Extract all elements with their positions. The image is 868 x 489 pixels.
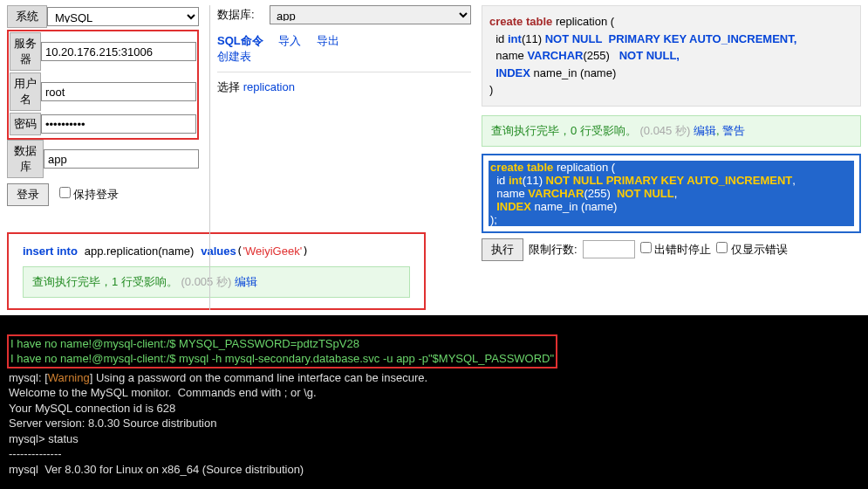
username-label: 用户名 — [10, 72, 41, 111]
database-label: 数据库 — [7, 140, 44, 178]
login-button[interactable]: 登录 — [7, 183, 49, 206]
only-errors-checkbox[interactable] — [716, 242, 728, 253]
create-success: 查询执行完毕，0 行受影响。 (0.045 秒) 编辑, 警告 — [482, 115, 861, 147]
create-warn-link[interactable]: 警告 — [722, 124, 745, 137]
terminal-output: I have no name!@mysql-client:/$ MYSQL_PA… — [0, 315, 868, 489]
stop-on-error-checkbox[interactable] — [640, 242, 652, 253]
create-sql-block: create table replication ( id int(11) NO… — [482, 5, 861, 107]
execute-button[interactable]: 执行 — [482, 238, 523, 261]
insert-success-msg: 查询执行完毕，1 行受影响。 — [32, 275, 178, 288]
import-link[interactable]: 导入 — [278, 34, 301, 47]
password-label: 密码 — [10, 113, 41, 135]
table-link[interactable]: replication — [243, 80, 295, 93]
nav-panel: 数据库: app SQL命令 导入 导出 创建表 选择 replication — [209, 5, 471, 310]
create-table-link[interactable]: 创建表 — [217, 50, 251, 63]
sql-panel: create table replication ( id int(11) NO… — [482, 5, 861, 310]
sql-editor[interactable]: create table replication ( id int(11) NO… — [482, 154, 861, 233]
keep-login-checkbox[interactable] — [59, 187, 71, 198]
keep-login-label[interactable]: 保持登录 — [59, 188, 120, 201]
limit-rows-input[interactable] — [583, 240, 635, 258]
username-input[interactable] — [41, 82, 196, 101]
server-label: 服务器 — [10, 32, 41, 71]
db-label: 数据库: — [217, 7, 270, 23]
database-input[interactable] — [44, 149, 199, 169]
login-panel: 系统 MySQL 服务器 用户名 密码 数据库 登录 保持登录 — [7, 5, 199, 310]
server-input[interactable] — [41, 42, 196, 61]
export-link[interactable]: 导出 — [317, 34, 339, 47]
password-input[interactable] — [41, 114, 196, 134]
create-edit-link[interactable]: 编辑 — [694, 124, 716, 137]
sql-command-link[interactable]: SQL命令 — [217, 34, 263, 47]
system-select[interactable]: MySQL — [47, 7, 199, 26]
system-label: 系统 — [7, 5, 47, 28]
db-select[interactable]: app — [270, 5, 471, 24]
